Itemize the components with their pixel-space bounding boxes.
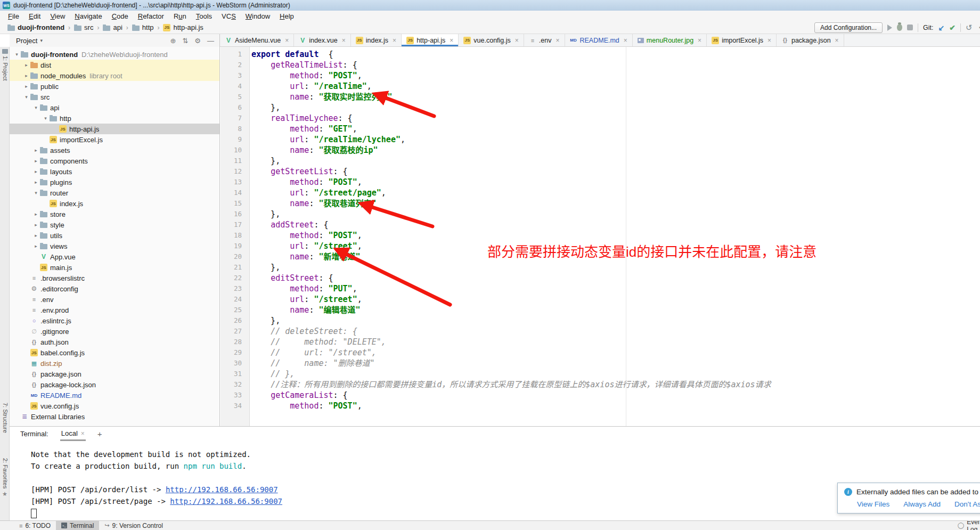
git-commit-icon[interactable]: ✔ (949, 23, 956, 32)
terminal-output[interactable]: Note that the development build is not o… (10, 441, 980, 519)
tree-row-store[interactable]: ▸store (10, 209, 219, 219)
status-item-9-version-control[interactable]: ↪9: Version Control (99, 521, 168, 530)
git-update-icon[interactable]: ↙ (938, 23, 944, 32)
tree-row-src[interactable]: ▾src (10, 92, 219, 102)
chevron-collapsed-icon[interactable]: ▸ (32, 222, 40, 227)
tab-index.vue[interactable]: Vindex.vue× (294, 34, 351, 46)
hide-panel-icon[interactable]: ― (207, 37, 214, 45)
tree-row-README.md[interactable]: MDREADME.md (10, 390, 219, 401)
menu-item-window[interactable]: Window (241, 12, 275, 21)
chevron-collapsed-icon[interactable]: ▸ (22, 84, 30, 89)
tree-row-components[interactable]: ▸components (10, 156, 219, 166)
debug-icon[interactable] (897, 24, 902, 31)
tree-row-api[interactable]: ▾api (10, 102, 219, 113)
chevron-collapsed-icon[interactable]: ▸ (32, 158, 40, 164)
tab-.env[interactable]: ≡.env× (524, 34, 565, 46)
tree-row-layouts[interactable]: ▸layouts (10, 166, 219, 177)
add-configuration-button[interactable]: Add Configuration... (814, 22, 883, 33)
tree-row-.env.prod[interactable]: ≡.env.prod (10, 305, 219, 315)
tree-row-views[interactable]: ▸views (10, 241, 219, 251)
tab-menuRouter.jpg[interactable]: menuRouter.jpg× (633, 34, 707, 46)
tree-row-package-lock.json[interactable]: {}package-lock.json (10, 379, 219, 390)
tree-row-assets[interactable]: ▸assets (10, 145, 219, 156)
locate-file-icon[interactable]: ⊕ (170, 37, 176, 45)
sidebar-item-project[interactable]: 1: Project (0, 49, 10, 80)
tree-row-importExcel.js[interactable]: JSimportExcel.js (10, 134, 219, 145)
close-icon[interactable]: × (342, 37, 346, 44)
notification-link-view-files[interactable]: View Files (857, 500, 889, 508)
tab-importExcel.js[interactable]: JSimportExcel.js× (707, 34, 777, 46)
tab-vue.config.js[interactable]: JSvue.config.js× (459, 34, 524, 46)
status-item-terminal[interactable]: >_Terminal (56, 521, 99, 530)
breadcrumb-item-http[interactable]: http (130, 23, 156, 31)
tree-row-.browserslistrc[interactable]: ≡.browserslistrc (10, 273, 219, 283)
tree-row-duoji-frontend[interactable]: ▾duoji-frontendD:\zheheWeb\duoji-fronten… (10, 49, 219, 60)
tab-index.js[interactable]: JSindex.js× (351, 34, 402, 46)
close-icon[interactable]: × (393, 37, 396, 44)
status-bar-event-log[interactable]: ◯ Event Log (958, 521, 980, 530)
new-terminal-icon[interactable]: + (97, 429, 102, 438)
tree-row-node_modules[interactable]: ▸node_moduleslibrary root (10, 70, 219, 81)
chevron-expanded-icon[interactable]: ▾ (32, 105, 40, 110)
terminal-tab-local[interactable]: Local× (60, 427, 86, 441)
tree-row-babel.config.js[interactable]: JSbabel.config.js (10, 347, 219, 358)
close-icon[interactable]: × (515, 37, 519, 44)
project-panel-header[interactable]: Project ▾ ⊕ ⇅ ⚙ ― (10, 34, 220, 47)
menu-item-file[interactable]: File (3, 12, 24, 21)
menu-item-view[interactable]: View (45, 12, 70, 21)
chevron-expanded-icon[interactable]: ▾ (42, 116, 50, 121)
chevron-down-icon[interactable]: ▾ (40, 38, 43, 43)
chevron-expanded-icon[interactable]: ▾ (22, 94, 30, 100)
tab-http-api.js[interactable]: JShttp-api.js× (402, 34, 459, 46)
tree-row-vue.config.js[interactable]: JSvue.config.js (10, 401, 219, 411)
terminal-cursor[interactable] (31, 509, 37, 518)
tree-row-http[interactable]: ▾http (10, 113, 219, 124)
menu-item-vcs[interactable]: VCS (217, 12, 241, 21)
tree-row-.env[interactable]: ≡.env (10, 294, 219, 305)
stop-icon[interactable] (907, 25, 913, 30)
menu-item-navigate[interactable]: Navigate (70, 12, 107, 21)
chevron-collapsed-icon[interactable]: ▸ (32, 211, 40, 217)
menu-item-refactor[interactable]: Refactor (133, 12, 169, 21)
tab-README.md[interactable]: MDREADME.md× (565, 34, 633, 46)
chevron-collapsed-icon[interactable]: ▸ (32, 233, 40, 238)
tree-row-App.vue[interactable]: VApp.vue (10, 251, 219, 262)
tree-row-dist.zip[interactable]: ▦dist.zip (10, 358, 219, 369)
tree-row-style[interactable]: ▸style (10, 219, 219, 230)
menu-item-edit[interactable]: Edit (24, 12, 45, 21)
close-icon[interactable]: × (450, 37, 453, 44)
tab-AsideMenu.vue[interactable]: VAsideMenu.vue× (220, 34, 294, 46)
settings-gear-icon[interactable]: ⚙ (194, 37, 201, 45)
chevron-expanded-icon[interactable]: ▾ (13, 52, 21, 57)
clock-icon[interactable]: ◔ (977, 23, 980, 32)
close-icon[interactable]: × (556, 37, 559, 44)
tree-row-main.js[interactable]: JSmain.js (10, 262, 219, 273)
terminal-link[interactable]: http://192.168.66.56:9007 (170, 497, 282, 505)
chevron-collapsed-icon[interactable]: ▸ (32, 243, 40, 249)
notification-link-don-t-ask-again[interactable]: Don't Ask Again (954, 500, 980, 508)
close-icon[interactable]: × (698, 37, 701, 44)
close-icon[interactable]: × (81, 430, 85, 437)
tree-row-public[interactable]: ▸public (10, 81, 219, 92)
notification-link-always-add[interactable]: Always Add (903, 500, 941, 508)
history-icon[interactable]: ↺ (966, 23, 973, 32)
tree-row-plugins[interactable]: ▸plugins (10, 177, 219, 187)
tree-row-auth.json[interactable]: {}auth.json (10, 337, 219, 347)
menu-item-tools[interactable]: Tools (191, 12, 217, 21)
chevron-collapsed-icon[interactable]: ▸ (32, 180, 40, 185)
menu-item-help[interactable]: Help (275, 12, 299, 21)
menu-item-code[interactable]: Code (107, 12, 133, 21)
tree-row-index.js[interactable]: JSindex.js (10, 198, 219, 209)
breadcrumb-item-src[interactable]: src (72, 23, 95, 31)
chevron-collapsed-icon[interactable]: ▸ (22, 62, 30, 68)
menu-item-run[interactable]: Run (169, 12, 191, 21)
tree-row-http-api.js[interactable]: JShttp-api.js (10, 124, 219, 134)
tab-package.json[interactable]: {}package.json× (777, 34, 844, 46)
breadcrumb-item-api[interactable]: api (101, 23, 124, 31)
tree-row-External Libraries[interactable]: ≣External Libraries (10, 411, 219, 422)
status-item-6-todo[interactable]: ≡6: TODO (14, 521, 56, 530)
chevron-expanded-icon[interactable]: ▾ (32, 190, 40, 195)
chevron-collapsed-icon[interactable]: ▸ (32, 148, 40, 153)
close-icon[interactable]: × (835, 37, 839, 44)
tree-row-.eslintrc.js[interactable]: ○.eslintrc.js (10, 315, 219, 326)
